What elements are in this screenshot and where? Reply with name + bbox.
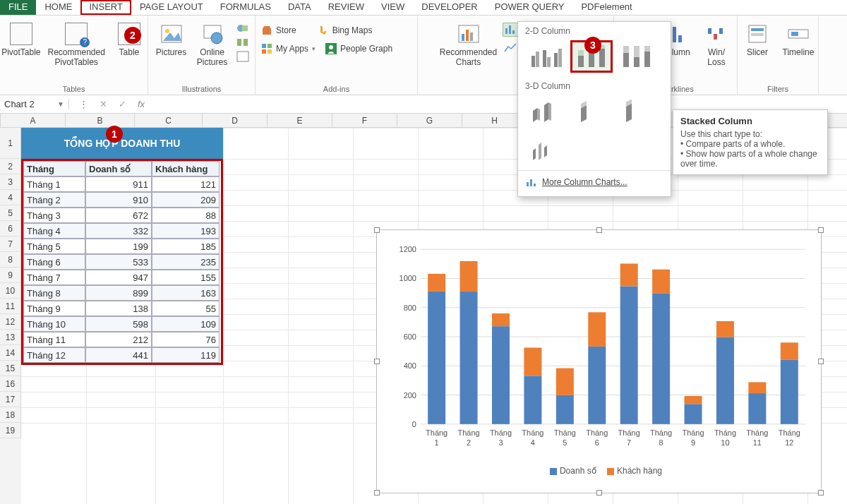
row-header-3[interactable]: 3 (0, 174, 21, 190)
row-header-16[interactable]: 16 (0, 376, 21, 392)
name-box[interactable]: Chart 2▼ (0, 99, 69, 109)
table-row[interactable]: Tháng 1121276 (23, 332, 221, 347)
header-month: Tháng (23, 161, 85, 176)
tab-data[interactable]: DATA (280, 0, 320, 15)
svg-text:Tháng: Tháng (618, 428, 640, 437)
col-header-F[interactable]: F (332, 114, 397, 127)
svg-text:6: 6 (595, 438, 599, 447)
col-header-G[interactable]: G (397, 114, 462, 127)
row-header-11[interactable]: 11 (0, 299, 21, 314)
row-header-8[interactable]: 8 (0, 252, 21, 268)
svg-text:0: 0 (412, 420, 416, 428)
tab-power-query[interactable]: POWER QUERY (486, 0, 573, 15)
3d-clustered-option[interactable] (525, 95, 567, 128)
group-illustrations: Pictures Online Pictures Illustrations (148, 16, 256, 95)
col-header-D[interactable]: D (203, 114, 268, 127)
row-header-19[interactable]: 19 (0, 423, 21, 438)
table-row[interactable]: Tháng 2910209 (23, 192, 221, 208)
shapes-icon[interactable] (236, 23, 249, 34)
3d-100-stacked-option[interactable] (615, 95, 658, 128)
row-header-10[interactable]: 10 (0, 283, 21, 299)
recommended-pivot-button[interactable]: ? Recommended PivotTables (48, 18, 105, 67)
screenshot-icon[interactable] (236, 51, 249, 62)
100-stacked-column-option[interactable] (615, 40, 658, 73)
slicer-icon (746, 23, 769, 45)
table-row[interactable]: Tháng 1911121 (23, 176, 221, 192)
cell-month: Tháng 11 (23, 332, 85, 347)
tab-page-layout[interactable]: PAGE LAYOUT (131, 0, 212, 15)
online-pictures-button[interactable]: Online Pictures (196, 18, 229, 67)
column-chart-dropdown[interactable] (503, 23, 518, 37)
svg-rect-43 (719, 28, 723, 34)
cell-sales: 672 (85, 208, 152, 223)
row-headers: 12345678910111213141516171819 (0, 128, 21, 504)
table-row[interactable]: Tháng 6533235 (23, 254, 221, 270)
col-header-E[interactable]: E (268, 114, 332, 127)
row-header-5[interactable]: 5 (0, 205, 21, 221)
svg-rect-59 (599, 49, 605, 67)
col-header-A[interactable]: A (1, 114, 66, 127)
cell-customers: 88 (152, 208, 220, 223)
fx-icon[interactable]: fx (138, 99, 145, 109)
sparkline-winloss-button[interactable]: Win/ Loss (699, 18, 733, 67)
people-graph-button[interactable]: People Graph (325, 41, 392, 56)
tab-pdfelement[interactable]: PDFelement (572, 0, 640, 15)
timeline-button[interactable]: Timeline (781, 18, 815, 57)
table-row[interactable]: Tháng 367288 (23, 208, 221, 223)
clustered-column-option[interactable] (525, 40, 567, 73)
table-row[interactable]: Tháng 7947155 (23, 270, 221, 285)
bing-maps-button[interactable]: Bing Maps (318, 23, 373, 38)
col-header-B[interactable]: B (66, 114, 135, 127)
tab-view[interactable]: VIEW (373, 0, 413, 15)
recommended-charts-button[interactable]: Recommended Charts (440, 18, 497, 85)
pictures-button[interactable]: Pictures (155, 18, 188, 57)
cell-month: Tháng 5 (23, 239, 85, 254)
row-header-9[interactable]: 9 (0, 268, 21, 283)
row-header-13[interactable]: 13 (0, 330, 21, 345)
chart-legend: Doanh số Khách hàng (391, 466, 812, 476)
tab-review[interactable]: REVIEW (320, 0, 373, 15)
chart-icon (525, 176, 536, 188)
tab-file[interactable]: FILE (0, 0, 36, 15)
row-header-18[interactable]: 18 (0, 407, 21, 423)
row-header-15[interactable]: 15 (0, 361, 21, 376)
svg-rect-39 (673, 27, 676, 42)
row-header-7[interactable]: 7 (0, 236, 21, 252)
table-row[interactable]: Tháng 8899163 (23, 285, 221, 301)
table-row[interactable]: Tháng 5199185 (23, 239, 221, 254)
row-header-1[interactable]: 1 (0, 128, 21, 159)
tab-developer[interactable]: DEVELOPER (413, 0, 486, 15)
row-header-4[interactable]: 4 (0, 190, 21, 205)
svg-rect-112 (652, 293, 670, 424)
store-button[interactable]: Store (261, 23, 296, 38)
cancel-icon[interactable]: ✕ (100, 99, 107, 109)
tab-insert[interactable]: INSERT (80, 0, 131, 15)
slicer-button[interactable]: Slicer (740, 18, 774, 57)
table-row[interactable]: Tháng 10598109 (23, 316, 221, 332)
table-row[interactable]: Tháng 12441119 (23, 347, 221, 363)
more-column-charts-link[interactable]: More Column Charts... (518, 170, 671, 193)
svg-text:Tháng: Tháng (746, 428, 768, 437)
svg-rect-50 (536, 52, 539, 67)
table-row[interactable]: Tháng 913855 (23, 301, 221, 316)
smartart-icon[interactable] (236, 37, 249, 48)
my-apps-button[interactable]: My Apps ▾ (261, 41, 316, 56)
table-row[interactable]: Tháng 4332193 (23, 223, 221, 239)
pivot-table-button[interactable]: PivotTable (1, 18, 40, 57)
tab-home[interactable]: HOME (36, 0, 80, 15)
more-icon[interactable]: ⋮ (79, 99, 88, 109)
row-header-6[interactable]: 6 (0, 221, 21, 236)
tab-formulas[interactable]: FORMULAS (212, 0, 280, 15)
3d-column-option[interactable] (525, 133, 567, 166)
embedded-chart[interactable]: 020040060080010001200Tháng1Tháng2Tháng3T… (376, 229, 822, 493)
row-header-17[interactable]: 17 (0, 392, 21, 407)
3d-stacked-option[interactable] (570, 95, 613, 128)
row-header-12[interactable]: 12 (0, 314, 21, 330)
line-chart-dropdown[interactable] (503, 41, 518, 55)
enter-icon[interactable]: ✓ (119, 99, 126, 109)
cell-month: Tháng 2 (23, 192, 85, 208)
svg-rect-97 (524, 348, 541, 376)
row-header-2[interactable]: 2 (0, 159, 21, 174)
row-header-14[interactable]: 14 (0, 345, 21, 361)
col-header-C[interactable]: C (135, 114, 203, 127)
